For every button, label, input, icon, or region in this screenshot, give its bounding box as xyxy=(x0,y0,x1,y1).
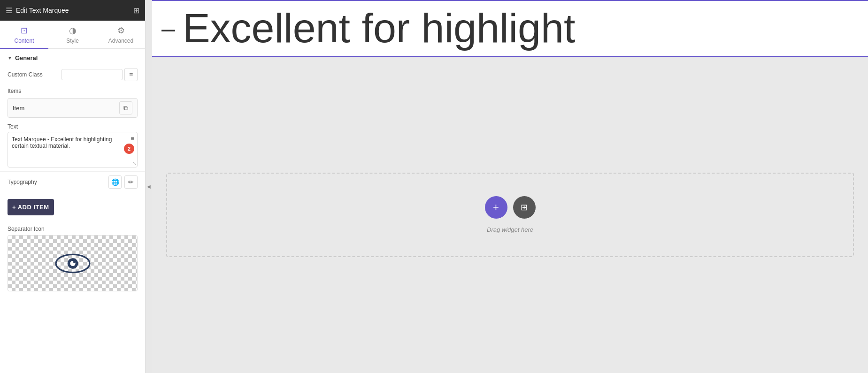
left-panel: ☰ Edit Text Marquee ⊞ ⊡ Content ◑ Style … xyxy=(0,0,146,373)
custom-class-menu-btn[interactable]: ≡ xyxy=(124,68,138,81)
svg-point-3 xyxy=(73,260,75,263)
content-tab-icon: ⊡ xyxy=(21,25,28,36)
widget-drop-zone: + ⊞ Drag widget here xyxy=(166,173,854,257)
add-item-label: + ADD ITEM xyxy=(12,204,49,211)
item-row[interactable]: Item ⧉ xyxy=(8,98,138,118)
custom-class-input[interactable] xyxy=(61,69,123,80)
typography-icons: 🌐 ✏ xyxy=(108,175,138,189)
typography-globe-btn[interactable]: 🌐 xyxy=(108,175,122,189)
tab-style[interactable]: ◑ Style xyxy=(48,21,97,49)
tab-advanced-label: Advanced xyxy=(108,38,133,44)
custom-class-row: Custom Class ≡ xyxy=(0,65,145,84)
text-subsection-label: Text xyxy=(0,120,145,132)
add-item-button[interactable]: + ADD ITEM xyxy=(8,199,54,215)
add-widget-button[interactable]: + xyxy=(485,196,507,219)
tab-style-label: Style xyxy=(66,38,79,44)
general-section-label: General xyxy=(15,54,38,61)
main-canvas: – Excellent for highlight + ⊞ Drag widge… xyxy=(152,0,868,373)
grid-icon[interactable]: ⊞ xyxy=(133,6,139,15)
widget-area: + ⊞ Drag widget here xyxy=(152,57,868,373)
custom-class-label: Custom Class xyxy=(8,71,43,78)
typography-edit-btn[interactable]: ✏ xyxy=(124,175,138,189)
tabs-bar: ⊡ Content ◑ Style ⚙ Advanced xyxy=(0,21,145,49)
text-textarea-wrapper: ≡ Text Marquee - Excellent for highlight… xyxy=(8,132,138,167)
typography-row: Typography 🌐 ✏ xyxy=(0,171,145,192)
drag-widget-label: Drag widget here xyxy=(487,226,533,233)
separator-icon-label: Separator Icon xyxy=(0,222,145,235)
widget-library-button[interactable]: ⊞ xyxy=(513,196,536,219)
advanced-tab-icon: ⚙ xyxy=(117,25,125,36)
widget-buttons: + ⊞ xyxy=(485,196,536,219)
separator-icon-preview xyxy=(8,235,138,291)
eye-icon xyxy=(54,251,92,276)
item-row-actions: ⧉ xyxy=(119,101,132,114)
collapse-arrow-icon: ◀ xyxy=(147,184,151,189)
tab-content-label: Content xyxy=(14,38,34,44)
duplicate-item-btn[interactable]: ⧉ xyxy=(119,101,132,114)
general-arrow-icon: ▼ xyxy=(8,55,12,61)
style-tab-icon: ◑ xyxy=(69,25,77,36)
marquee-text: Excellent for highlight xyxy=(183,6,575,51)
textarea-menu-icon[interactable]: ≡ xyxy=(131,135,134,142)
marquee-preview: – Excellent for highlight xyxy=(152,0,868,57)
panel-title: Edit Text Marquee xyxy=(16,7,69,14)
badge-count: 2 xyxy=(124,144,134,154)
resize-handle[interactable]: ⤡ xyxy=(132,161,136,166)
typography-label: Typography xyxy=(8,179,37,185)
tab-content[interactable]: ⊡ Content xyxy=(0,21,48,49)
items-section-label: Items xyxy=(0,84,145,96)
top-bar: ☰ Edit Text Marquee ⊞ xyxy=(0,0,145,21)
text-textarea[interactable]: Text Marquee - Excellent for highlightin… xyxy=(8,132,137,165)
general-section-header[interactable]: ▼ General xyxy=(0,49,145,65)
custom-class-right: ≡ xyxy=(61,68,138,81)
panel-content: ▼ General Custom Class ≡ Items Item ⧉ Te… xyxy=(0,49,145,373)
hamburger-icon[interactable]: ☰ xyxy=(6,6,12,15)
marquee-dash: – xyxy=(161,16,175,40)
tab-advanced[interactable]: ⚙ Advanced xyxy=(97,21,145,49)
collapse-handle[interactable]: ◀ xyxy=(146,0,152,373)
item-row-label: Item xyxy=(13,105,24,112)
